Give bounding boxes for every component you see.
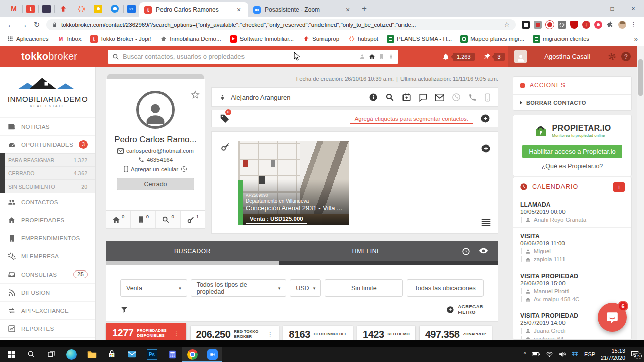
tokko-pinned-tab[interactable]: t — [26, 5, 35, 13]
minimize-button[interactable]: — — [581, 5, 602, 12]
sidebar-item-contactos[interactable]: CONTACTOS — [0, 193, 95, 211]
delete-contact-button[interactable]: BORRAR CONTACTO — [513, 95, 631, 110]
address-bar[interactable]: tokkobroker.com/contact/2362969/?search_… — [46, 19, 516, 30]
start-button[interactable] — [1, 347, 21, 362]
flower-extension-icon[interactable] — [594, 21, 602, 29]
tab-buscador[interactable]: BUSCADOR — [106, 248, 279, 255]
contact-scope-icon[interactable] — [359, 54, 365, 60]
hubspot-pinned-tab[interactable] — [76, 4, 86, 14]
search-input[interactable] — [123, 53, 359, 60]
photoshop-taskbar-icon[interactable]: Ps — [142, 347, 162, 362]
keys-count-tab[interactable]: 1 — [181, 211, 205, 228]
more-icon[interactable]: ⋮ — [267, 331, 273, 338]
bookmark-tokko[interactable]: tTokko Broker - Jopi! — [90, 35, 151, 43]
sidebar-item-para-reasignar[interactable]: PARA REASIGNAR1.322 — [0, 153, 95, 166]
user-avatar[interactable] — [514, 50, 527, 63]
volume-icon[interactable] — [559, 351, 566, 357]
currency-select[interactable]: USD▾ — [290, 279, 321, 297]
info-icon[interactable] — [369, 93, 378, 102]
gmail-pinned-tab[interactable]: M — [9, 4, 19, 14]
bookmark-mapeo-planes[interactable]: Mapeo planes migr... — [460, 35, 524, 43]
add-mobile-row[interactable]: Agregar un celular — [106, 166, 205, 172]
profile-avatar[interactable] — [618, 21, 626, 29]
zoom-taskbar-icon[interactable] — [202, 347, 222, 362]
wifi-icon[interactable] — [546, 351, 553, 357]
phone-action-icon[interactable] — [468, 93, 477, 102]
bookmark-migracion[interactable]: migracion clientes — [533, 35, 589, 43]
mail-taskbar-icon[interactable] — [122, 347, 142, 362]
calendar-pinned-tab[interactable]: 21 — [127, 5, 136, 13]
sidebar-item-consultas[interactable]: CONSULTAS25 — [0, 265, 95, 283]
sidebar-item-oportunidades[interactable]: OPORTUNIDADES3 — [0, 135, 95, 153]
help-icon[interactable]: ? — [621, 52, 631, 61]
contact-email-row[interactable]: carlospedro@hotmail.com — [106, 148, 205, 154]
sumaprop-pinned-tab[interactable] — [58, 4, 68, 14]
bookmark-star-icon[interactable]: ☆ — [504, 21, 510, 28]
building-scope-icon[interactable] — [379, 54, 385, 60]
enable-propietario-button[interactable]: Habilitar acceso a Propietar.io — [522, 145, 622, 158]
calendar-event[interactable]: VISITA 06/06/2019 11:00 Miguel zapiola 1… — [513, 228, 631, 267]
tokkobroker-logo[interactable]: tokkobroker — [0, 51, 99, 62]
whatsapp-icon[interactable] — [181, 166, 187, 172]
sidebar-item-app-exchange[interactable]: APP-EXCHANGE — [0, 301, 95, 319]
add-property-button[interactable] — [481, 144, 491, 153]
maximize-button[interactable]: □ — [602, 5, 623, 12]
global-search-bar[interactable] — [108, 50, 398, 64]
tray-expand-icon[interactable]: ^ — [523, 351, 526, 358]
forward-button[interactable]: → — [17, 20, 30, 29]
action-center-icon[interactable]: 5 — [631, 351, 639, 358]
taskbar-search-button[interactable] — [21, 347, 41, 362]
locations-input[interactable]: Todas las ubicaciones — [407, 279, 484, 297]
property-photo[interactable]: AP2589090 Departamento en Villanueva Con… — [238, 141, 349, 225]
operation-select[interactable]: Venta▾ — [120, 279, 187, 297]
task-view-button[interactable] — [41, 347, 61, 362]
taskbar-clock[interactable]: 15:1321/7/2020 — [601, 347, 625, 362]
whatsapp-action-icon[interactable] — [452, 93, 461, 102]
home-scope-icon[interactable] — [369, 53, 375, 60]
properties-count-tab[interactable]: 0 — [106, 211, 131, 228]
bookmark-apps[interactable]: Aplicaciones — [6, 35, 49, 43]
downloader-extension-icon[interactable]: ↓ — [582, 21, 590, 29]
sidebar-item-sin-seguimiento[interactable]: SIN SEGUIMIENTO20 — [0, 179, 95, 193]
edge-taskbar-icon[interactable] — [61, 347, 82, 362]
page-scrollbar[interactable]: ▾ — [637, 46, 644, 347]
more-icon[interactable]: ⋮ — [173, 329, 180, 337]
close-window-button[interactable]: × — [623, 5, 644, 12]
close-tab-icon[interactable]: × — [235, 6, 243, 14]
calendar-event[interactable]: VISITA PROPIEDAD 26/06/2019 15:00 Manuel… — [513, 267, 631, 307]
what-is-propietario-link[interactable]: ¿Qué es Propietar.io? — [518, 163, 626, 170]
pinned-count-badge[interactable]: 3 — [494, 53, 505, 61]
close-tab-icon[interactable]: × — [344, 6, 352, 14]
eye-icon[interactable] — [479, 247, 488, 256]
calendar-event[interactable]: LLAMADA 10/05/2019 00:00 Anahi Royo Gran… — [513, 196, 631, 228]
bookmark-hubspot[interactable]: hubspot — [348, 35, 378, 43]
mobile-action-icon[interactable] — [485, 93, 490, 102]
back-button[interactable]: ← — [4, 20, 17, 29]
new-tab-button[interactable]: + — [362, 4, 367, 14]
property-type-select[interactable]: Todos los tipos de propiedad▾ — [191, 279, 287, 297]
settings-gear-icon[interactable] — [608, 52, 616, 61]
contact-phone-row[interactable]: 46354164 — [106, 157, 205, 163]
sidebar-item-cerrado[interactable]: CERRADO4.362 — [0, 166, 95, 179]
calculator-taskbar-icon[interactable] — [162, 347, 182, 362]
mail-icon[interactable] — [435, 94, 444, 101]
chat-icon[interactable] — [419, 93, 428, 102]
reload-button[interactable]: ↻ — [30, 20, 43, 29]
favorite-star-icon[interactable] — [190, 89, 200, 100]
sidebar-item-difusion[interactable]: DIFUSION — [0, 283, 95, 301]
sidebar-item-reportes[interactable]: REPORTES — [0, 319, 95, 337]
dark-app-pinned-tab[interactable] — [42, 5, 51, 13]
bookmark-sumaprop[interactable]: Sumaprop — [302, 35, 339, 43]
tags-icon[interactable]: 0 — [219, 113, 230, 124]
chrome-taskbar-icon[interactable] — [182, 347, 202, 362]
history-clock-icon[interactable] — [462, 247, 470, 256]
sidebar-item-mi-empresa[interactable]: MI EMPRESA — [0, 247, 95, 265]
searches-count-tab[interactable]: 0 — [156, 211, 181, 228]
sidebar-item-propiedades[interactable]: PROPIEDADES — [0, 211, 95, 229]
add-filter-button[interactable]: AGREGARFILTRO — [446, 304, 484, 315]
pin-icon[interactable] — [483, 53, 491, 60]
browser-menu-icon[interactable]: ⋮ — [630, 21, 637, 28]
adblock-extension-icon[interactable] — [570, 21, 578, 29]
developments-count-tab[interactable]: 0 — [131, 211, 155, 228]
add-event-button[interactable]: + — [613, 182, 625, 192]
